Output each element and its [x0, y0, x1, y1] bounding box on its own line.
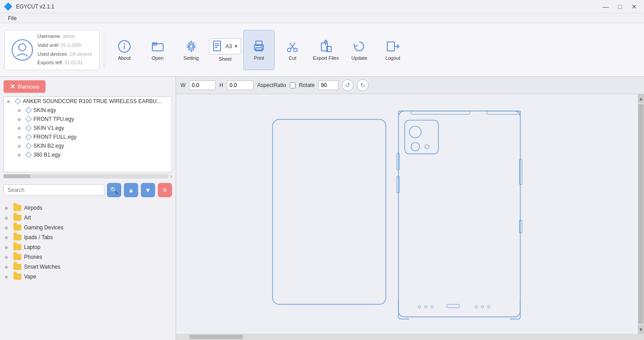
- cat-item-ipads[interactable]: ⊕ Ipads / Tabs: [4, 232, 172, 242]
- logout-button[interactable]: Logout: [377, 30, 408, 70]
- file-diamond-icon-1: [25, 107, 32, 113]
- file-item-0[interactable]: ⊕ ANKER SOUNDCORE R100 TRUE WIRELESS EAR…: [4, 97, 172, 106]
- toolbar-sep-1: [104, 32, 104, 68]
- cat-expander-gaming: ⊕: [4, 225, 11, 230]
- file-item-4[interactable]: ⊕ FRONT FULL.egy: [4, 133, 172, 141]
- search-input[interactable]: [4, 184, 104, 196]
- update-button[interactable]: Update: [344, 30, 375, 70]
- file-item-5[interactable]: ⊕ SKIN B2.egy: [4, 141, 172, 150]
- cat-item-phones[interactable]: ⊕ Phones: [4, 252, 172, 262]
- rotate-ccw-button[interactable]: ↺: [342, 79, 353, 91]
- svg-point-35: [425, 306, 427, 308]
- canvas-area: W H AspectRatio Rotate ↺ ↻ ▲ ▼: [176, 77, 644, 340]
- open-button[interactable]: Open: [142, 30, 173, 70]
- titlebar-controls: — □ ✕: [599, 1, 640, 12]
- height-input[interactable]: [227, 80, 254, 90]
- cat-expander-phones: ⊕: [4, 255, 11, 260]
- drawing-canvas: [176, 94, 638, 334]
- svg-point-38: [475, 306, 478, 308]
- file-item-3[interactable]: ⊕ SKIN V1.egy: [4, 124, 172, 133]
- cat-expander-smartwatches: ⊕: [4, 265, 11, 270]
- export-label: Export Files: [313, 55, 339, 61]
- svg-rect-42: [397, 176, 399, 193]
- file-item-6[interactable]: ⊕ 360 B1.egy: [4, 150, 172, 159]
- file-list[interactable]: ⊕ ANKER SOUNDCORE R100 TRUE WIRELESS EAR…: [4, 96, 172, 172]
- print-label: Print: [254, 55, 264, 61]
- app-icon: 🔷: [4, 2, 12, 11]
- cat-item-laptop[interactable]: ⊕ Laptop: [4, 242, 172, 252]
- exports-label: Exports left: [37, 60, 62, 65]
- svg-rect-22: [387, 42, 394, 51]
- rotate-ccw-icon: ↺: [345, 82, 350, 89]
- svg-point-39: [481, 306, 484, 308]
- sheet-dropdown[interactable]: A3 ▼: [209, 38, 242, 54]
- file-item-2[interactable]: ⊕ FRONT TPU.egy: [4, 115, 172, 124]
- file-item-1[interactable]: ⊕ SKIN.egy: [4, 106, 172, 115]
- hscroll-thumb[interactable]: [189, 335, 243, 339]
- file-diamond-icon-5: [25, 143, 32, 149]
- cat-item-smartwatches[interactable]: ⊕ Smart Watches: [4, 262, 172, 272]
- canvas-scrollbar[interactable]: ▲ ▼: [638, 94, 644, 334]
- remove-button[interactable]: ✕ Remove: [4, 80, 45, 93]
- titlebar: 🔷 EGYCUT v2.1.1 — □ ✕: [0, 0, 644, 13]
- cat-item-gaming[interactable]: ⊕ Gaming Devices: [4, 223, 172, 232]
- cat-item-art[interactable]: ⊕ Art: [4, 213, 172, 223]
- user-info: Username admin Valid until 01-1-2000 Use…: [37, 32, 92, 67]
- main: ✕ Remove ⊕ ANKER SOUNDCORE R100 TRUE WIR…: [0, 77, 644, 340]
- rotate-input[interactable]: [318, 80, 338, 90]
- about-label: About: [118, 55, 131, 61]
- setting-button[interactable]: Setting: [176, 30, 207, 70]
- search-clear-button[interactable]: ✕: [158, 183, 172, 197]
- canvas-main[interactable]: ▲ ▼: [176, 94, 644, 334]
- svg-point-29: [410, 126, 421, 138]
- about-button[interactable]: About: [109, 30, 140, 70]
- minimize-button[interactable]: —: [599, 1, 612, 12]
- folder-icon-vape: [13, 274, 21, 280]
- close-button[interactable]: ✕: [628, 1, 640, 12]
- file-name-6: 360 B1.egy: [33, 152, 61, 158]
- valid-value: 01-1-2000: [61, 43, 82, 48]
- user-card: Username admin Valid until 01-1-2000 Use…: [4, 30, 99, 70]
- update-label: Update: [352, 55, 367, 61]
- cat-item-airpods[interactable]: ⊕ Airpods: [4, 203, 172, 213]
- aspect-checkbox[interactable]: [290, 83, 295, 88]
- file-list-scrollbar-row: ›: [0, 173, 176, 179]
- file-name-2: FRONT TPU.egy: [33, 116, 74, 122]
- horizontal-scrollbar[interactable]: [176, 334, 644, 340]
- cut-button[interactable]: Cut: [277, 30, 308, 70]
- print-button[interactable]: Print: [243, 30, 275, 70]
- sheet-value: A3: [226, 43, 232, 50]
- search-down-button[interactable]: ▼: [141, 183, 155, 197]
- cat-item-vape[interactable]: ⊕ Vape: [4, 272, 172, 282]
- rotate-cw-button[interactable]: ↻: [357, 79, 369, 91]
- menubar: File: [0, 13, 644, 23]
- cat-expander-laptop: ⊕: [4, 245, 11, 250]
- svg-rect-25: [398, 111, 520, 317]
- aspect-label: AspectRatio: [257, 82, 286, 88]
- cat-label-phones: Phones: [24, 254, 42, 260]
- scroll-up-arrow[interactable]: ▲: [638, 94, 644, 103]
- scroll-thumb[interactable]: [638, 104, 644, 324]
- file-list-hscroll[interactable]: [4, 174, 168, 178]
- svg-point-14: [262, 46, 263, 47]
- remove-x-icon: ✕: [10, 83, 15, 90]
- search-up-button[interactable]: ▲: [124, 183, 138, 197]
- scroll-down-arrow[interactable]: ▼: [638, 325, 644, 334]
- sheet-label: Sheet: [219, 56, 232, 62]
- scroll-arrow-right[interactable]: ›: [170, 173, 172, 179]
- user-avatar: [12, 39, 33, 61]
- width-input[interactable]: [189, 80, 216, 90]
- cat-label-ipads: Ipads / Tabs: [24, 234, 53, 240]
- file-expander-0: ⊕: [7, 99, 13, 104]
- rotate-cw-icon: ↻: [360, 82, 365, 89]
- svg-point-6: [189, 45, 193, 48]
- file-expander-5: ⊕: [17, 144, 24, 149]
- folder-icon-laptop: [13, 244, 21, 250]
- search-button[interactable]: 🔍: [107, 183, 121, 197]
- file-expander-3: ⊕: [17, 126, 24, 131]
- cat-expander-vape: ⊕: [4, 274, 11, 279]
- menu-file[interactable]: File: [4, 14, 21, 22]
- export-button[interactable]: Export Files: [310, 30, 341, 70]
- svg-point-3: [123, 43, 125, 44]
- maximize-button[interactable]: □: [614, 1, 626, 12]
